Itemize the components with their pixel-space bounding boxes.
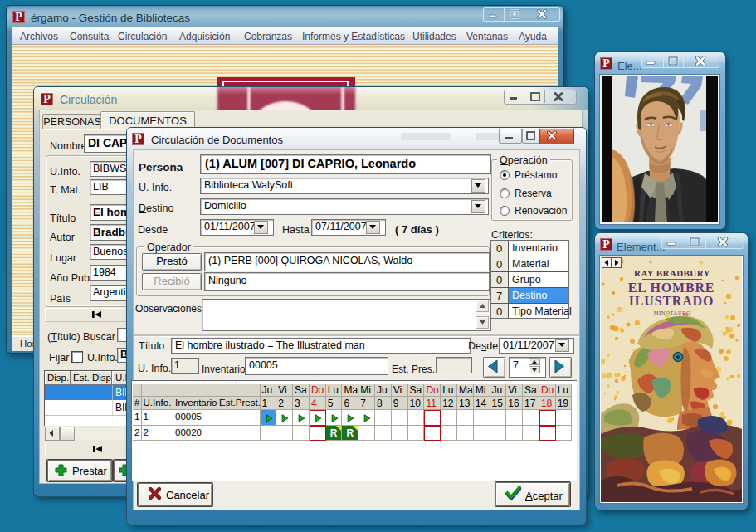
svg-text:MINOTAURO: MINOTAURO [654,310,691,315]
svg-text:RAY BRADBURY: RAY BRADBURY [634,268,710,278]
svg-text:ILUSTRADO: ILUSTRADO [629,294,714,308]
svg-text:EL HOMBRE: EL HOMBRE [628,281,715,295]
